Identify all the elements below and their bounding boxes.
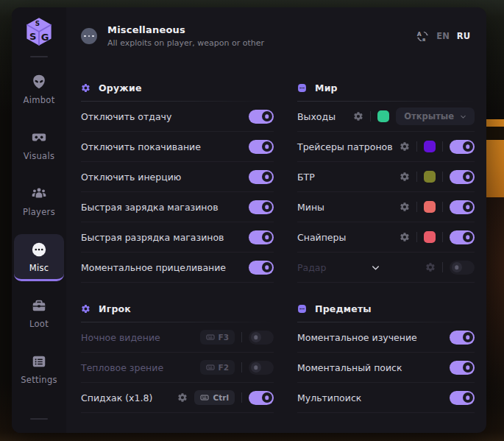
setting-row: Моментальное изучение [297,322,475,353]
toggle-switch[interactable] [249,200,274,214]
misc-ellipsis-icon [81,28,97,44]
setting-row: ВыходыОткрытые [297,102,475,132]
section-header: Мир [297,82,475,94]
setting-label: Снайперы [297,232,346,243]
control-divider [416,232,417,242]
translate-icon[interactable]: A я [416,30,429,43]
control-divider [442,172,443,182]
row-controls [450,391,475,405]
gear-icon[interactable] [353,111,363,121]
hotkey-badge[interactable]: F3 [200,330,235,345]
toggle-knob [463,202,473,212]
hotkey-label: Ctrl [213,393,229,402]
hotkey-badge[interactable]: Ctrl [194,390,235,405]
content-column-left: ОружиеОтключить отдачуОтключить покачива… [81,82,274,433]
row-controls [450,331,475,345]
settings-section: МирВыходыОткрытыеТрейсеры патроновБТРМин… [297,82,475,283]
alien-icon [31,74,47,90]
language-switcher: A я EN RU [416,30,470,43]
keyboard-icon [206,333,215,342]
setting-label: Моментальное изучение [297,332,417,343]
lang-en-button[interactable]: EN [436,31,449,41]
sidebar-nav: AimbotVisualsPlayersMiscLootSettings [12,66,66,402]
sidebar-item-misc[interactable]: Misc [14,234,64,281]
setting-row: Быстрая зарядка магазинов [81,192,274,222]
setting-row: БТР [297,162,475,192]
toggle-switch[interactable] [249,391,274,405]
toggle-knob [262,202,272,212]
color-swatch[interactable] [424,201,436,213]
row-controls [400,230,475,244]
section-gear-icon [81,304,90,314]
toggle-switch[interactable] [249,170,274,184]
color-swatch[interactable] [424,231,436,243]
sidebar-item-aimbot[interactable]: Aimbot [14,66,64,113]
toggle-switch[interactable] [450,331,475,345]
sidebar-item-visuals[interactable]: Visuals [14,122,64,169]
section-title: Оружие [99,82,142,94]
gear-icon[interactable] [400,172,410,182]
toggle-switch[interactable] [450,200,475,214]
sidebar-item-label: Players [23,207,55,217]
toggle-switch[interactable] [450,391,475,405]
color-swatch[interactable] [424,171,436,183]
sidebar-item-settings[interactable]: Settings [14,346,64,393]
setting-label: Моментальный поиск [297,362,402,373]
chevron-down-icon[interactable] [370,262,381,273]
toggle-switch[interactable] [450,361,475,375]
toggle-switch[interactable] [450,140,475,154]
briefcase-icon [31,297,47,314]
section-header: Оружие [81,82,274,94]
players-icon [31,186,47,202]
svg-text:S: S [35,20,40,27]
svg-text:G: G [41,32,49,43]
gear-icon[interactable] [400,232,410,242]
lang-ru-button[interactable]: RU [457,31,470,41]
gear-icon[interactable] [177,392,188,403]
sidebar-item-players[interactable]: Players [14,178,64,225]
svg-text:A: A [417,30,422,37]
settings-section: ПредметыМоментальное изучениеМоментальны… [297,303,475,413]
control-divider [241,332,242,342]
gear-icon[interactable] [425,262,436,272]
section-title: Мир [315,82,338,94]
gear-icon[interactable] [400,202,410,212]
setting-label: БТР [297,172,315,183]
row-controls [249,140,274,154]
control-divider [370,111,371,121]
row-controls [450,361,475,375]
setting-label: Трейсеры патронов [297,141,393,152]
toggle-switch[interactable] [450,170,475,184]
mode-dropdown[interactable]: Открытые [396,107,475,125]
toggle-switch[interactable] [450,261,475,275]
control-divider [241,362,242,373]
toggle-switch[interactable] [249,140,274,154]
cheat-window: S G S AimbotVisualsPlayersMiscLootSettin… [12,7,486,433]
page-title: Miscellaneous [107,24,264,35]
setting-label: Моментальное прицеливание [81,262,226,273]
sg-cube-logo-icon: S G S [24,16,54,47]
setting-row: Ночное видениеF3 [81,322,274,353]
row-controls: F2 [200,360,274,375]
content: ОружиеОтключить отдачуОтключить покачива… [66,65,486,433]
color-swatch[interactable] [424,141,436,152]
toggle-knob [262,232,272,242]
toggle-switch[interactable] [249,331,274,345]
toggle-switch[interactable] [249,230,274,244]
color-swatch[interactable] [377,110,389,122]
hotkey-badge[interactable]: F2 [200,360,235,375]
toggle-switch[interactable] [249,110,274,124]
toggle-knob [463,392,473,403]
header-text: Miscellaneous All exploits on player, we… [107,24,264,48]
row-controls [425,261,475,275]
row-controls [400,170,475,184]
toggle-switch[interactable] [249,361,274,375]
sidebar-item-loot[interactable]: Loot [14,290,64,337]
sidebar-item-label: Aimbot [24,95,55,105]
gear-icon[interactable] [400,141,410,152]
settings-section: ИгрокНочное видениеF3Тепловое зрениеF2Сп… [81,303,274,413]
toggle-switch[interactable] [249,261,274,275]
toggle-switch[interactable] [450,230,475,244]
settings-section: ОружиеОтключить отдачуОтключить покачива… [81,82,274,283]
toggle-knob [463,141,473,152]
